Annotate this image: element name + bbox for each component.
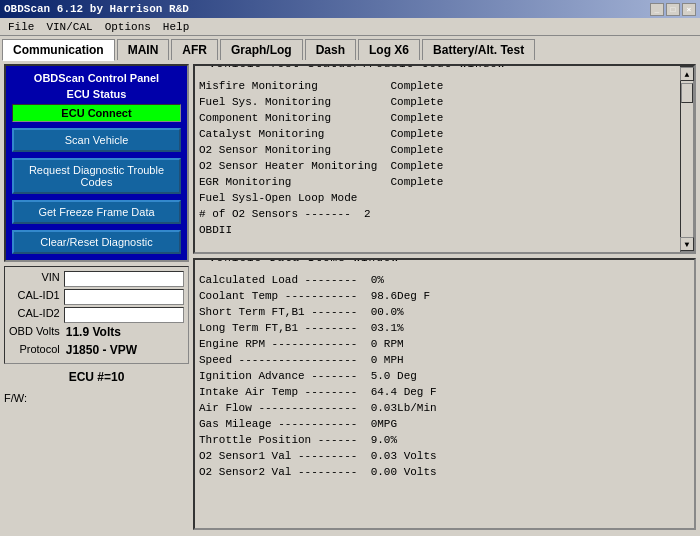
menu-help[interactable]: Help [157, 20, 195, 34]
vehicle-status-text: Misfire Monitoring Complete Fuel Sys. Mo… [199, 78, 690, 238]
vin-field[interactable] [64, 271, 184, 287]
ecu-connect-badge: ECU Connect [12, 104, 181, 122]
minimize-button[interactable]: _ [650, 3, 664, 16]
tab-communication[interactable]: Communication [2, 39, 115, 61]
app-title: OBDScan 6.12 by Harrison R&D [4, 3, 189, 15]
menu-options[interactable]: Options [99, 20, 157, 34]
tab-bar: Communication MAIN AFR Graph/Log Dash Lo… [0, 36, 700, 60]
tab-main[interactable]: MAIN [117, 39, 170, 60]
tab-battery[interactable]: Battery/Alt. Test [422, 39, 535, 60]
right-panel: Vehicle Test Status/Trouble Code Window … [193, 64, 696, 530]
ecu-status-label: ECU Status [67, 88, 127, 100]
tab-dash[interactable]: Dash [305, 39, 356, 60]
calid1-label: CAL-ID1 [9, 289, 60, 305]
menu-vincal[interactable]: VIN/CAL [40, 20, 98, 34]
main-content: OBDScan Control Panel ECU Status ECU Con… [0, 60, 700, 534]
calid2-label: CAL-ID2 [9, 307, 60, 323]
left-panel: OBDScan Control Panel ECU Status ECU Con… [4, 64, 189, 530]
vehicle-data-panel: Vehicle Data Items Window Calculated Loa… [193, 258, 696, 530]
control-panel: OBDScan Control Panel ECU Status ECU Con… [4, 64, 189, 262]
obd-volts-label: OBD Volts [9, 325, 60, 341]
info-grid: VIN CAL-ID1 CAL-ID2 OBD Volts 11.9 Volts… [4, 266, 189, 364]
tab-afr[interactable]: AFR [171, 39, 218, 60]
vehicle-status-title: Vehicle Test Status/Trouble Code Window [205, 64, 509, 70]
scroll-up-button[interactable]: ▲ [680, 67, 694, 81]
vin-label: VIN [9, 271, 60, 287]
vehicle-status-panel: Vehicle Test Status/Trouble Code Window … [193, 64, 696, 254]
vehicle-data-content: Calculated Load -------- 0% Coolant Temp… [195, 264, 694, 484]
scroll-thumb[interactable] [681, 83, 693, 103]
fw-label: F/W: [4, 392, 189, 404]
scan-vehicle-button[interactable]: Scan Vehicle [12, 128, 181, 152]
menu-bar: File VIN/CAL Options Help [0, 18, 700, 36]
close-button[interactable]: × [682, 3, 696, 16]
protocol-label: Protocol [9, 343, 60, 359]
scroll-down-button[interactable]: ▼ [680, 237, 694, 251]
tab-logx6[interactable]: Log X6 [358, 39, 420, 60]
calid2-field[interactable] [64, 307, 184, 323]
clear-diagnostic-button[interactable]: Clear/Reset Diagnostic [12, 230, 181, 254]
top-panel-scrollbar[interactable]: ▲ ▼ [680, 66, 694, 252]
vehicle-status-panel: Misfire Monitoring Complete Fuel Sys. Mo… [195, 70, 694, 242]
menu-file[interactable]: File [2, 20, 40, 34]
freeze-frame-button[interactable]: Get Freeze Frame Data [12, 200, 181, 224]
calid1-field[interactable] [64, 289, 184, 305]
ecu-number: ECU #=10 [4, 370, 189, 384]
obd-volts-value: 11.9 Volts [64, 325, 184, 341]
title-bar: OBDScan 6.12 by Harrison R&D _ □ × [0, 0, 700, 18]
title-bar-buttons: _ □ × [650, 3, 696, 16]
vehicle-data-text: Calculated Load -------- 0% Coolant Temp… [199, 272, 690, 480]
request-dtc-button[interactable]: Request Diagnostic Trouble Codes [12, 158, 181, 194]
tab-graphlog[interactable]: Graph/Log [220, 39, 303, 60]
maximize-button[interactable]: □ [666, 3, 680, 16]
vehicle-data-title: Vehicle Data Items Window [205, 258, 403, 264]
control-panel-title: OBDScan Control Panel [34, 72, 159, 84]
protocol-value: J1850 - VPW [64, 343, 184, 359]
